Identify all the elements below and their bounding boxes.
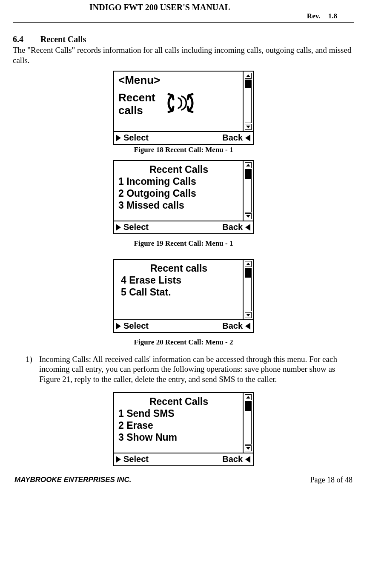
triangle-down-icon — [246, 126, 250, 128]
scroll-down-button[interactable] — [245, 312, 252, 318]
rev-value: 1.8 — [328, 12, 337, 20]
menu-item[interactable]: 2 Outgoing Calls — [118, 187, 239, 199]
menu-item[interactable]: 1 Incoming Calls — [118, 175, 239, 187]
screen-content: <Menu> Recent calls — [114, 72, 243, 131]
phone-screen: Recent Calls 1 Send SMS 2 Erase 3 Show N… — [113, 392, 254, 466]
scrollbar-track[interactable] — [245, 169, 252, 212]
menu-item[interactable]: 4 Erase Lists — [118, 274, 239, 286]
list-item-1: 1) Incoming Calls: All received calls' i… — [26, 354, 354, 384]
phone-screen: Recent calls 4 Erase Lists 5 Call Stat. … — [113, 259, 254, 333]
softkey-bar: Select Back — [114, 453, 253, 465]
triangle-right-icon — [116, 323, 121, 330]
scroll-up-button[interactable] — [245, 162, 252, 168]
menu-item[interactable]: 3 Show Num — [118, 431, 239, 443]
screen-content: Recent Calls 1 Send SMS 2 Erase 3 Show N… — [114, 393, 243, 453]
figure-21: Recent Calls 1 Send SMS 2 Erase 3 Show N… — [13, 392, 354, 466]
scrollbar[interactable] — [243, 161, 253, 221]
triangle-right-icon — [116, 135, 121, 141]
page-footer: MAYBROOKE ENTERPRISES INC. Page 18 of 48 — [13, 476, 354, 485]
list-text: Incoming Calls: All received calls' info… — [39, 354, 354, 384]
figure-19: Recent Calls 1 Incoming Calls 2 Outgoing… — [13, 160, 354, 248]
screen-title: Recent Calls — [118, 396, 239, 407]
scrollbar-track[interactable] — [245, 80, 252, 123]
right-softkey[interactable]: Back — [222, 321, 243, 331]
section-number: 6.4 — [13, 34, 38, 44]
rev-label: Rev. — [307, 12, 321, 20]
header-rule — [13, 22, 354, 23]
softkey-bar: Select Back — [114, 319, 253, 332]
footer-company: MAYBROOKE ENTERPRISES INC. — [14, 476, 132, 485]
scrollbar[interactable] — [243, 393, 253, 453]
scrollbar[interactable] — [243, 72, 253, 131]
scroll-up-button[interactable] — [245, 73, 252, 79]
phone-screen: <Menu> Recent calls — [113, 71, 254, 145]
triangle-up-icon — [246, 75, 250, 77]
scrollbar-track[interactable] — [245, 268, 252, 311]
menu-item[interactable]: 5 Call Stat. — [118, 286, 239, 298]
screen-content: Recent Calls 1 Incoming Calls 2 Outgoing… — [114, 161, 243, 221]
screen-title: Recent Calls — [118, 163, 239, 175]
softkey-bar: Select Back — [114, 221, 253, 233]
triangle-left-icon — [245, 224, 250, 231]
screen-content: Recent calls 4 Erase Lists 5 Call Stat. — [114, 260, 243, 319]
triangle-down-icon — [246, 215, 250, 218]
left-softkey[interactable]: Select — [123, 454, 149, 464]
triangle-right-icon — [116, 224, 121, 231]
right-softkey[interactable]: Back — [222, 454, 243, 464]
scrollbar-thumb[interactable] — [245, 80, 251, 88]
left-softkey[interactable]: Select — [123, 133, 149, 143]
triangle-right-icon — [116, 456, 121, 463]
triangle-left-icon — [245, 456, 250, 463]
triangle-left-icon — [245, 323, 250, 330]
figure-caption: Figure 19 Recent Call: Menu - 1 — [134, 239, 233, 248]
menu-item[interactable]: 2 Erase — [118, 419, 239, 431]
section-intro: The "Recent Calls" records information f… — [13, 45, 354, 66]
menu-item[interactable]: 3 Missed calls — [118, 199, 239, 211]
figure-caption: Figure 20 Recent Call: Menu - 2 — [134, 338, 233, 347]
figure-caption: Figure 18 Recent Call: Menu - 1 — [134, 146, 233, 154]
scrollbar-track[interactable] — [245, 401, 252, 445]
triangle-down-icon — [246, 314, 250, 316]
scroll-up-button[interactable] — [245, 394, 252, 400]
triangle-down-icon — [246, 447, 250, 450]
scrollbar-thumb[interactable] — [245, 169, 251, 179]
triangle-up-icon — [246, 263, 250, 265]
figure-20: Recent calls 4 Erase Lists 5 Call Stat. … — [13, 259, 354, 347]
figure-18: <Menu> Recent calls — [13, 71, 354, 154]
screen-title: Recent calls — [118, 262, 239, 274]
right-softkey[interactable]: Back — [222, 133, 243, 143]
menu-item-line1: Recent — [118, 92, 155, 104]
triangle-up-icon — [246, 396, 250, 399]
softkey-bar: Select Back — [114, 131, 253, 144]
section-title: Recent Calls — [40, 34, 86, 44]
recent-calls-icon — [164, 92, 197, 117]
scroll-down-button[interactable] — [245, 124, 252, 130]
menu-item-line2: calls — [118, 104, 155, 117]
menu-item[interactable]: 1 Send SMS — [118, 407, 239, 419]
header-revision: Rev. 1.8 — [307, 12, 337, 20]
menu-label: <Menu> — [118, 74, 239, 87]
list-number: 1) — [26, 354, 39, 384]
phone-screen: Recent Calls 1 Incoming Calls 2 Outgoing… — [113, 160, 254, 234]
scroll-down-button[interactable] — [245, 213, 252, 219]
scroll-down-button[interactable] — [245, 445, 252, 451]
left-softkey[interactable]: Select — [123, 222, 149, 232]
scrollbar-thumb[interactable] — [245, 268, 251, 278]
triangle-left-icon — [245, 135, 250, 141]
scrollbar[interactable] — [243, 260, 253, 319]
triangle-up-icon — [246, 164, 250, 166]
header-title: INDIGO FWT 200 USER'S MANUAL — [13, 3, 307, 12]
section-heading: 6.4 Recent Calls — [13, 34, 354, 44]
footer-page: Page 18 of 48 — [310, 476, 353, 485]
right-softkey[interactable]: Back — [222, 222, 243, 232]
left-softkey[interactable]: Select — [123, 321, 149, 331]
scroll-up-button[interactable] — [245, 261, 252, 267]
page-header: INDIGO FWT 200 USER'S MANUAL Rev. 1.8 — [13, 3, 354, 20]
scrollbar-thumb[interactable] — [245, 402, 251, 411]
